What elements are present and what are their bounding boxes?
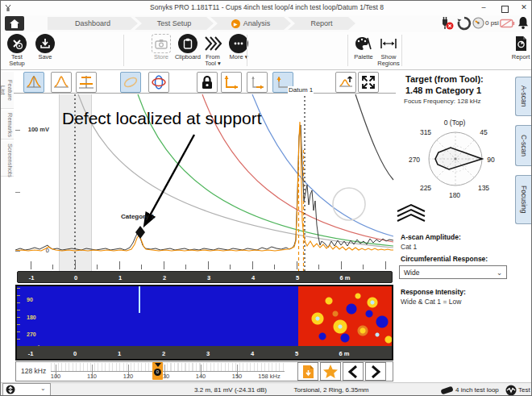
favorite-button[interactable] (320, 362, 341, 381)
status-wave-mode: Torsional, 2 Ring, 6.35mm (267, 386, 396, 394)
ribbon-save-button[interactable]: Save (31, 34, 59, 68)
ribbon-separator (401, 35, 402, 66)
chevron-left-icon (348, 365, 358, 378)
home-button[interactable] (5, 16, 24, 31)
x-minor-tick (185, 265, 186, 269)
palette-icon (354, 34, 373, 53)
x-axis-label: 0 (73, 350, 77, 357)
x-minor-tick (230, 265, 231, 269)
x-axis-label: 0 (74, 274, 77, 281)
frequency-marker[interactable]: 0 (152, 362, 163, 380)
home-icon (9, 19, 20, 29)
close-button[interactable]: ✕ (517, 2, 531, 14)
test-setup-icon (7, 34, 27, 53)
ribbon-more-button[interactable]: More ▾ (225, 34, 252, 68)
y-tick (15, 192, 20, 193)
y-label-0: 0 (41, 247, 49, 254)
status-loop-name: 4 inch test loop (455, 386, 499, 394)
right-tab-c-scan[interactable]: C-scan (515, 125, 532, 166)
category-label: Category 1 (121, 213, 154, 220)
pipe-icon (440, 386, 454, 395)
direction-chevrons-icon (395, 202, 427, 222)
dac-curve-black (355, 94, 393, 180)
intensity-value: Wide & Cat 1 = Low (401, 298, 461, 306)
ribbon-test-setup-button[interactable]: Test Setup (3, 34, 31, 68)
ribbon-label: More ▾ (229, 54, 248, 60)
datum-label: Datum 1 (288, 86, 314, 94)
amplitude-label: A-scan Amplitude: (401, 233, 461, 241)
pressure-gauge-icon[interactable] (472, 17, 484, 29)
save-icon (35, 34, 55, 53)
sidebar-tab-remarks[interactable]: Remarks (1, 110, 14, 140)
marker-arrow-icon (155, 363, 161, 367)
x-axis-label: 6 m (340, 274, 351, 281)
category1-marker[interactable] (135, 226, 145, 239)
marker-value-badge: 0 (154, 369, 161, 376)
export-ascan-button[interactable] (297, 362, 318, 381)
selection-circle (333, 188, 365, 220)
frequency-ruler-grid[interactable] (51, 363, 285, 371)
x-axis-label: 1 (118, 350, 121, 357)
tool-disconnected-icon[interactable] (439, 17, 455, 31)
polar-label-180: 180 (449, 191, 460, 199)
maximize-button[interactable] (497, 2, 512, 14)
ribbon-report-button[interactable]: Report (507, 34, 532, 68)
x-axis-label: 3 (207, 274, 210, 281)
status-mode-dropdown[interactable]: ⌄ (2, 383, 51, 396)
x-minor-tick (52, 265, 53, 269)
previous-button[interactable] (343, 362, 364, 381)
ribbon-label: Report (512, 54, 530, 60)
annotation-arrow (145, 135, 194, 224)
x-axis-label: 4 (251, 274, 255, 281)
x-minor-tick (97, 265, 98, 269)
more-icon (229, 34, 248, 53)
ribbon-palette-button[interactable]: Palette (350, 34, 377, 68)
x-minor-tick (274, 265, 275, 269)
focus-frequency: Focus Frequency: 128 kHz (404, 98, 481, 105)
ribbon (1, 32, 532, 70)
minimize-button[interactable]: – (476, 2, 491, 14)
breadcrumb-dashboard[interactable]: Dashboard (48, 17, 138, 30)
cscan-y-label: 90 (27, 297, 33, 302)
polar-label-0: 0 (Top) (444, 119, 465, 127)
circumferential-response-select[interactable]: Wide ⌄ (399, 265, 507, 279)
store-icon (152, 34, 171, 53)
freq-label: 140 (196, 373, 206, 380)
from-tool-icon (203, 34, 222, 53)
x-axis-label: 6 m (339, 350, 350, 357)
ribbon-separator (123, 35, 124, 66)
target-value: 1.48 m Category 1 (405, 85, 481, 95)
breadcrumb-analysis[interactable]: ▶Analysis (210, 17, 291, 30)
x-major-tick (164, 261, 164, 269)
current-frequency: 128 kHz (21, 367, 46, 375)
ribbon-show-regions-button[interactable]: Show Regions (375, 34, 402, 68)
right-tab-focusing[interactable]: Focusing (515, 175, 532, 224)
breadcrumb-test-setup[interactable]: Test Setup (135, 17, 214, 30)
ribbon-label: Clipboard (175, 54, 201, 60)
notifications-bell-icon[interactable] (517, 16, 529, 30)
sidebar-tab-screenshots[interactable]: Screenshots (1, 141, 14, 177)
x-minor-tick (363, 265, 364, 269)
breadcrumb-label: Dashboard (75, 19, 110, 27)
sidebar-tab-feature-list[interactable]: Feature List (1, 72, 14, 109)
y-tick (15, 130, 20, 131)
test-tool-icon (505, 385, 517, 396)
ascan-trace-focused (15, 122, 393, 251)
x-major-tick (252, 261, 253, 269)
breadcrumb-report[interactable]: Report (288, 17, 355, 30)
ribbon-separator (247, 35, 247, 66)
x-axis-label: 1 (118, 274, 122, 281)
battery-missing-icon (500, 19, 515, 28)
right-tab-a-scan[interactable]: A-scan (515, 77, 532, 116)
next-button[interactable] (365, 362, 386, 381)
frequency-ruler-line (51, 371, 285, 372)
ribbon-clipboard-button[interactable]: Clipboard (174, 34, 202, 68)
x-major-tick (119, 261, 120, 269)
x-axis-label: 2 (162, 350, 165, 357)
cscan-heatmap[interactable] (17, 286, 392, 346)
x-major-tick (208, 261, 209, 269)
title-bar: Sonyks PRO 1.181T11 - Cups 4inch test lo… (1, 1, 532, 15)
ribbon-label: From Tool ▾ (202, 54, 223, 67)
ribbon-from-tool-button[interactable]: From Tool ▾ (199, 34, 227, 68)
sync-icon[interactable] (457, 16, 472, 31)
